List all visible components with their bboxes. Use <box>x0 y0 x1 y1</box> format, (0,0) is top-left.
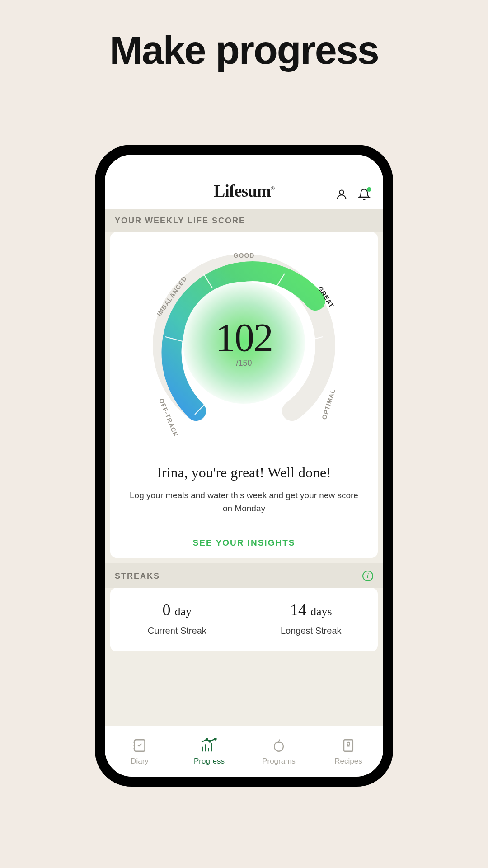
phone-frame: Lifesum® <box>95 145 393 787</box>
longest-streak: 14 days Longest Streak <box>244 600 378 636</box>
tab-recipes[interactable]: Recipes <box>314 726 383 777</box>
phone-screen: Lifesum® <box>105 155 383 777</box>
greeting-text: Irina, you're great! Well done! <box>119 464 369 481</box>
tab-programs[interactable]: Programs <box>244 726 314 777</box>
tab-progress-label: Progress <box>194 757 225 766</box>
tab-diary[interactable]: Diary <box>105 726 174 777</box>
diary-icon <box>132 738 147 753</box>
score-card: 102 /150 GOOD IMBALANCED OFF-TRACK GREAT… <box>110 232 378 558</box>
score-max: /150 <box>216 358 272 368</box>
notifications-icon[interactable] <box>358 188 371 201</box>
app-header: Lifesum® <box>105 155 383 209</box>
current-streak-label: Current Streak <box>110 626 244 636</box>
sub-message: Log your meals and water this week and g… <box>119 489 369 515</box>
streaks-card: 0 day Current Streak 14 days Longest Str… <box>110 588 378 651</box>
see-insights-link[interactable]: SEE YOUR INSIGHTS <box>119 528 369 558</box>
recipes-icon <box>341 738 356 753</box>
life-score-gauge: 102 /150 GOOD IMBALANCED OFF-TRACK GREAT… <box>140 243 348 451</box>
tab-bar: Diary <box>105 726 383 777</box>
svg-point-14 <box>214 738 216 740</box>
page-headline: Make progress <box>0 27 488 73</box>
info-icon[interactable]: i <box>362 571 373 581</box>
svg-point-0 <box>339 190 344 194</box>
tab-diary-label: Diary <box>131 757 149 766</box>
longest-streak-unit: days <box>310 605 332 618</box>
current-streak: 0 day Current Streak <box>110 600 244 636</box>
app-logo: Lifesum® <box>214 181 274 201</box>
gauge-label-good: GOOD <box>234 252 255 259</box>
progress-icon <box>200 738 218 753</box>
svg-rect-17 <box>344 740 353 751</box>
notification-dot-icon <box>367 187 371 192</box>
tab-programs-label: Programs <box>262 757 296 766</box>
profile-icon[interactable] <box>335 188 348 201</box>
streaks-section-label: STREAKS <box>115 571 160 581</box>
streaks-header: STREAKS i <box>105 563 383 588</box>
current-streak-value: 0 <box>162 601 170 619</box>
tab-recipes-label: Recipes <box>334 757 362 766</box>
svg-point-16 <box>206 738 208 740</box>
longest-streak-label: Longest Streak <box>244 626 378 636</box>
svg-point-15 <box>209 740 211 742</box>
score-value: 102 <box>216 317 272 357</box>
tab-progress[interactable]: Progress <box>174 726 244 777</box>
score-section-label: YOUR WEEKLY LIFE SCORE <box>105 209 383 232</box>
longest-streak-value: 14 <box>290 601 306 619</box>
programs-icon <box>271 738 286 753</box>
